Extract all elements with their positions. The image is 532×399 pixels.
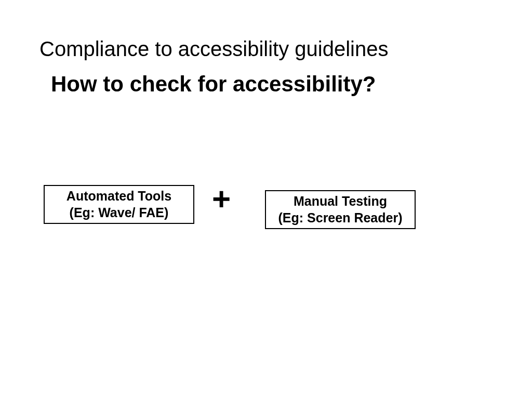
automated-tools-box: Automated Tools (Eg: Wave/ FAE) bbox=[44, 185, 194, 224]
manual-testing-box: Manual Testing (Eg: Screen Reader) bbox=[265, 190, 416, 229]
box-right-line1: Manual Testing bbox=[294, 193, 387, 209]
slide-title: Compliance to accessibility guidelines bbox=[39, 37, 388, 61]
box-left-line2: (Eg: Wave/ FAE) bbox=[70, 205, 169, 221]
box-right-line2: (Eg: Screen Reader) bbox=[278, 210, 403, 226]
slide-subtitle: How to check for accessibility? bbox=[51, 72, 376, 97]
plus-icon: + bbox=[212, 183, 231, 215]
box-left-line1: Automated Tools bbox=[66, 188, 171, 204]
